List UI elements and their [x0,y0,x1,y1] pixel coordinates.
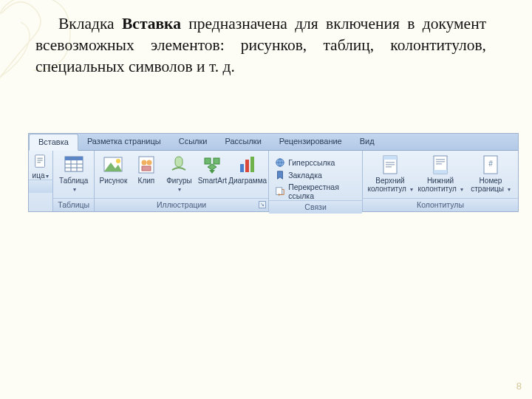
ribbon-tab-strip: Вставка Разметка страницы Ссылки Рассылк… [29,134,518,151]
group-links: Гиперссылка Закладка Перекрестная ссылка [269,151,363,211]
group-tables: Таблица▾ Таблицы [53,151,95,211]
tab-view[interactable]: Вид [351,134,383,150]
picture-icon [102,154,124,176]
clip-icon [135,154,157,176]
hyperlink-icon [275,157,285,168]
svg-marker-21 [209,170,215,174]
page-icon [33,154,49,170]
tab-references[interactable]: Ссылки [170,134,216,150]
group-title-pages-partial [29,180,52,193]
footer-icon [429,154,451,176]
svg-rect-19 [214,158,219,164]
tab-insert[interactable]: Вставка [29,134,78,151]
table-icon [63,154,85,176]
svg-rect-30 [386,162,395,163]
group-title-links: Связи [269,200,362,214]
svg-rect-23 [245,160,249,172]
ribbon: Вставка Разметка страницы Ссылки Рассылк… [28,133,519,212]
svg-rect-35 [436,159,445,160]
chevron-down-icon: ▾ [508,186,511,193]
smartart-icon [201,154,223,176]
pages-button-partial[interactable]: ица▾ [29,151,52,180]
chart-icon [236,154,259,176]
svg-rect-22 [240,164,244,172]
footer-button[interactable]: Нижнийколонтитул ▾ [417,154,463,193]
group-title-headerfooter: Колонтитулы [363,198,518,211]
svg-text:#: # [488,160,493,168]
group-title-illustrations: Иллюстрации ↘ [95,198,268,211]
svg-point-14 [141,160,146,166]
svg-point-12 [116,159,120,163]
chevron-down-icon: ▾ [410,186,413,193]
chart-button[interactable]: Диаграмма [231,154,264,185]
svg-rect-26 [276,188,282,195]
hyperlink-button[interactable]: Гиперссылка [275,157,355,168]
bookmark-icon [275,170,285,180]
svg-rect-16 [142,166,151,171]
svg-rect-1 [37,158,42,159]
ribbon-groups: ица▾ Таблица▾ Таблицы [29,151,518,211]
svg-rect-29 [383,156,397,160]
svg-rect-2 [37,160,42,160]
group-headerfooter: Верхнийколонтитул ▾ Нижнийколонтитул ▾ #… [363,151,518,211]
bookmark-button[interactable]: Закладка [275,170,355,180]
shapes-icon [168,154,190,176]
svg-rect-5 [65,157,83,160]
chevron-down-icon: ▾ [73,186,76,193]
shapes-button[interactable]: Фигуры▾ [165,154,194,193]
svg-rect-32 [386,166,392,168]
cross-reference-icon [275,186,285,197]
chevron-down-icon: ▾ [460,186,463,193]
smartart-button[interactable]: SmartArt [198,154,227,185]
svg-rect-36 [436,161,445,163]
tab-mailings[interactable]: Рассылки [216,134,270,150]
svg-rect-0 [35,155,45,168]
cross-reference-button[interactable]: Перекрестная ссылка [275,183,355,200]
page-number-button[interactable]: # Номерстраницы ▾ [468,154,514,193]
table-button[interactable]: Таблица▾ [58,154,89,193]
group-illustrations: Рисунок Клип Фигуры▾ [95,151,269,211]
slide-description: Вкладка Вставка предназначена для включе… [35,13,486,78]
page-number: 8 [516,381,522,392]
svg-rect-24 [250,157,254,172]
chevron-down-icon: ▾ [178,186,181,193]
svg-rect-17 [175,157,183,167]
picture-button[interactable]: Рисунок [99,154,128,185]
svg-rect-37 [436,163,442,165]
svg-point-15 [146,160,151,166]
svg-rect-34 [434,170,447,174]
clip-button[interactable]: Клип [132,154,161,185]
group-pages-partial: ица▾ [29,151,53,211]
svg-marker-20 [208,164,216,170]
header-button[interactable]: Верхнийколонтитул ▾ [367,154,413,193]
dialog-launcher-icon[interactable]: ↘ [259,201,266,208]
svg-rect-18 [205,158,211,164]
page-number-icon: # [480,154,502,176]
tab-page-layout[interactable]: Разметка страницы [78,134,170,150]
chevron-down-icon: ▾ [46,173,49,180]
svg-rect-3 [37,162,41,163]
svg-rect-31 [386,164,395,166]
tab-review[interactable]: Рецензирование [270,134,351,150]
header-icon [379,154,401,176]
group-title-tables: Таблицы [53,198,94,211]
